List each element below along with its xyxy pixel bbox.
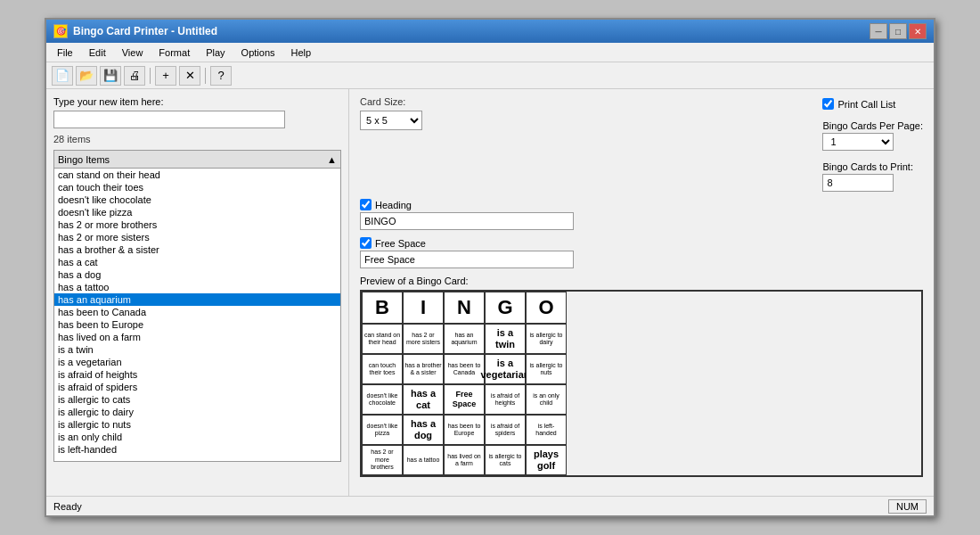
list-item[interactable]: has a brother & a sister	[54, 243, 340, 256]
bingo-row: can touch their toeshas a brother & a si…	[362, 354, 921, 384]
heading-checkbox-row: Heading	[360, 199, 923, 210]
maximize-button[interactable]: □	[889, 23, 907, 39]
bingo-cell: has a brother & a sister	[403, 354, 444, 384]
menu-bar: FileEditViewFormatPlayOptionsHelp	[46, 43, 934, 62]
list-item[interactable]: can stand on their head	[54, 169, 340, 181]
right-panel: Card Size: 5 x 5 4 x 4 3 x 3 Print Call …	[349, 89, 934, 496]
cards-to-print-label: Bingo Cards to Print:	[822, 161, 923, 172]
list-item[interactable]: doesn't like pizza	[54, 206, 340, 218]
app-icon: 🎯	[53, 24, 68, 38]
list-item[interactable]: is allergic to cats	[54, 393, 340, 406]
free-space-checkbox-row: Free Space	[360, 237, 923, 249]
heading-input[interactable]	[360, 212, 574, 230]
bingo-cell: has a cat	[403, 384, 444, 415]
add-button[interactable]: +	[155, 66, 176, 86]
bingo-row: doesn't like chocolatehas a catFree Spac…	[362, 384, 921, 415]
list-item[interactable]: is a vegetarian	[54, 356, 340, 368]
list-item[interactable]: has 2 or more sisters	[54, 231, 340, 243]
print-call-list-checkbox[interactable]	[822, 98, 834, 110]
main-window: 🎯 Bingo Card Printer - Untitled ─ □ ✕ Fi…	[45, 18, 935, 517]
bingo-cell: is a twin	[485, 324, 526, 354]
open-button[interactable]: 📂	[76, 66, 97, 86]
cards-per-page-group: Bingo Cards Per Page: 1 2 4	[822, 120, 923, 151]
bingo-cell: is afraid of heights	[485, 384, 526, 415]
cards-per-page-select[interactable]: 1 2 4	[822, 133, 894, 151]
free-space-group: Free Space	[360, 237, 923, 268]
list-item[interactable]: has lived on a farm	[54, 331, 340, 343]
bingo-cell: can touch their toes	[362, 354, 403, 384]
heading-group: Heading	[360, 199, 923, 230]
cards-to-print-input[interactable]	[822, 174, 894, 192]
bingo-cell: has lived on a farm	[444, 445, 485, 475]
free-space-input[interactable]	[360, 251, 574, 268]
bingo-header-cell: O	[526, 292, 567, 324]
bingo-cell: is an only child	[526, 384, 567, 415]
preview-label: Preview of a Bingo Card:	[360, 276, 923, 286]
list-item[interactable]: has a dog	[54, 268, 340, 281]
heading-checkbox[interactable]	[360, 199, 372, 210]
list-item[interactable]: is afraid of spiders	[54, 381, 340, 393]
bingo-cell: is allergic to dairy	[526, 324, 567, 354]
list-item[interactable]: has an aquarium	[54, 293, 340, 306]
heading-label: Heading	[375, 200, 412, 210]
card-size-select[interactable]: 5 x 5 4 x 4 3 x 3	[360, 111, 422, 130]
menu-item-play[interactable]: Play	[199, 45, 232, 60]
bingo-header-row: BINGO	[362, 292, 921, 324]
new-item-input[interactable]	[53, 111, 285, 128]
card-size-label: Card Size:	[360, 96, 422, 107]
list-item[interactable]: is a twin	[54, 343, 340, 356]
bingo-header-cell: I	[403, 292, 444, 324]
list-item[interactable]: is left-handed	[54, 443, 340, 456]
bingo-cell: has a tattoo	[403, 445, 444, 475]
list-item[interactable]: has 2 or more brothers	[54, 218, 340, 231]
preview-section: Preview of a Bingo Card: BINGOcan stand …	[360, 276, 923, 477]
bingo-cell: has 2 or more sisters	[403, 324, 444, 354]
cards-per-page-label: Bingo Cards Per Page:	[822, 120, 923, 131]
free-space-checkbox[interactable]	[360, 237, 372, 249]
save-button[interactable]: 💾	[100, 66, 121, 86]
bingo-header-cell: B	[362, 292, 403, 324]
card-size-group: Card Size: 5 x 5 4 x 4 3 x 3	[360, 96, 422, 130]
menu-item-options[interactable]: Options	[234, 45, 282, 60]
delete-button[interactable]: ✕	[179, 66, 200, 86]
list-item[interactable]: is an only child	[54, 431, 340, 443]
num-indicator: NUM	[888, 499, 927, 514]
new-item-label: Type your new item here:	[53, 96, 341, 107]
items-list-container: Bingo Items ▲ can stand on their headcan…	[53, 150, 341, 489]
list-item[interactable]: has a cat	[54, 256, 340, 268]
menu-item-file[interactable]: File	[50, 45, 80, 60]
items-list[interactable]: can stand on their headcan touch their t…	[53, 168, 341, 462]
menu-item-view[interactable]: View	[115, 45, 151, 60]
bingo-cell: has an aquarium	[444, 324, 485, 354]
main-content: Type your new item here: 28 items Bingo …	[46, 89, 934, 496]
bingo-cell: has been to Europe	[444, 415, 485, 445]
bingo-row: has 2 or more brothershas a tattoohas li…	[362, 445, 921, 475]
bingo-cell: is a vegetarian	[485, 354, 526, 384]
list-item[interactable]: has a tattoo	[54, 281, 340, 293]
menu-item-help[interactable]: Help	[284, 45, 319, 60]
status-bar: Ready NUM	[46, 496, 934, 515]
print-call-list-row: Print Call List	[822, 98, 923, 110]
menu-item-edit[interactable]: Edit	[82, 45, 113, 60]
list-item[interactable]: has been to Canada	[54, 306, 340, 318]
list-item[interactable]: doesn't like chocolate	[54, 193, 340, 206]
list-item[interactable]: is allergic to nuts	[54, 418, 340, 431]
minimize-button[interactable]: ─	[870, 23, 887, 39]
close-button[interactable]: ✕	[909, 23, 927, 39]
print-button[interactable]: 🖨	[124, 66, 145, 86]
bingo-header-cell: G	[485, 292, 526, 324]
bingo-cell: is left-handed	[526, 415, 567, 445]
bingo-cell: is afraid of spiders	[485, 415, 526, 445]
menu-item-format[interactable]: Format	[151, 45, 197, 60]
toolbar: 📄 📂 💾 🖨 + ✕ ?	[46, 62, 934, 89]
list-item[interactable]: has been to Europe	[54, 318, 340, 331]
item-count: 28 items	[53, 134, 341, 144]
list-item[interactable]: can touch their toes	[54, 181, 340, 193]
list-item[interactable]: is allergic to dairy	[54, 406, 340, 418]
bingo-cell: Free Space	[444, 384, 485, 415]
window-title: Bingo Card Printer - Untitled	[73, 25, 217, 37]
new-item-group: Type your new item here:	[53, 96, 341, 128]
help-button[interactable]: ?	[210, 66, 232, 86]
list-item[interactable]: is afraid of heights	[54, 368, 340, 381]
new-button[interactable]: 📄	[52, 66, 73, 86]
